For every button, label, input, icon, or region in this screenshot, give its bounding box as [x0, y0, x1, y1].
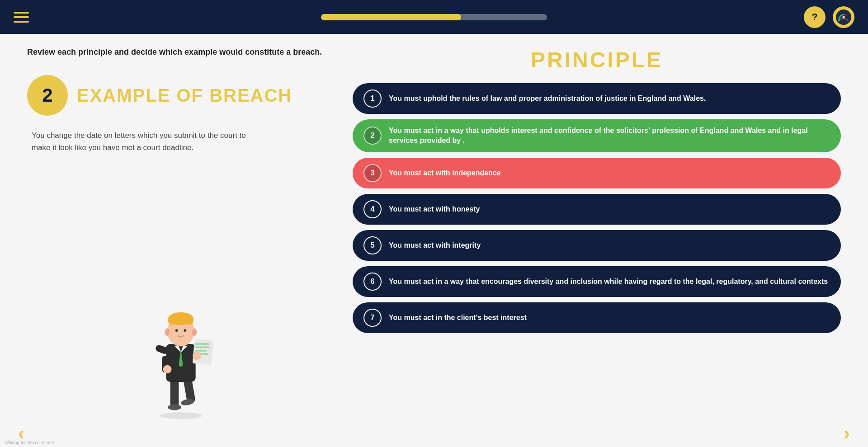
instruction-text: Review each principle and decide which e…	[27, 47, 335, 57]
principle-item-1[interactable]: 1You must uphold the rules of law and pr…	[353, 83, 841, 114]
principle-text-5: You must act with integrity	[389, 240, 481, 250]
nav-icons: ?	[804, 6, 854, 28]
example-badge: 2	[27, 75, 68, 116]
example-title: EXAMPLE OF BREACH	[77, 85, 292, 106]
principle-number-3: 3	[363, 164, 382, 182]
svg-point-28	[193, 352, 201, 360]
person-illustration	[136, 293, 226, 420]
question-mark-icon: ?	[811, 11, 817, 23]
svg-point-26	[192, 328, 197, 336]
gauge-button[interactable]	[833, 6, 854, 28]
principle-number-7: 7	[363, 309, 382, 327]
principle-title: PRINCIPLE	[353, 47, 841, 72]
principle-item-4[interactable]: 4You must act with honesty	[353, 194, 841, 225]
principle-number-2: 2	[363, 127, 382, 145]
svg-rect-16	[195, 343, 210, 345]
watermark: Waiting for Vivo Connect...	[5, 440, 58, 445]
principle-text-6: You must act in a way that encourages di…	[389, 277, 828, 287]
hamburger-line2	[14, 16, 29, 18]
principle-number-1: 1	[363, 89, 382, 108]
svg-point-6	[168, 404, 181, 410]
principles-list: 1You must uphold the rules of law and pr…	[353, 83, 841, 333]
hamburger-menu[interactable]	[14, 12, 29, 23]
principle-number-4: 4	[363, 200, 382, 218]
svg-point-23	[175, 329, 178, 332]
svg-rect-18	[195, 350, 207, 352]
hamburger-line3	[14, 21, 29, 23]
principle-item-5[interactable]: 5You must act with integrity	[353, 230, 841, 261]
hamburger-line1	[14, 12, 29, 14]
svg-point-2	[843, 16, 845, 18]
progress-bar-container	[321, 14, 547, 20]
badge-number: 2	[42, 85, 52, 106]
navbar: ?	[0, 0, 868, 34]
svg-point-3	[160, 412, 202, 419]
left-panel: Review each principle and decide which e…	[27, 47, 335, 420]
principle-item-6[interactable]: 6You must act in a way that encourages d…	[353, 266, 841, 297]
svg-rect-17	[195, 347, 210, 348]
main-content: Review each principle and decide which e…	[0, 34, 868, 420]
help-button[interactable]: ?	[804, 6, 826, 28]
progress-bar-fill	[321, 14, 461, 20]
principle-text-1: You must uphold the rules of law and pro…	[389, 94, 706, 104]
bottom-nav: ‹ ›	[0, 420, 868, 447]
principle-item-3[interactable]: 3You must act with independence	[353, 158, 841, 188]
figure-area	[27, 293, 335, 420]
principle-text-7: You must act in the client's best intere…	[389, 313, 527, 323]
principle-item-2[interactable]: 2You must act in a way that upholds inte…	[353, 119, 841, 152]
principle-number-5: 5	[363, 236, 382, 254]
example-header: 2 EXAMPLE OF BREACH	[27, 75, 335, 116]
right-panel: PRINCIPLE 1You must uphold the rules of …	[353, 47, 841, 420]
principle-text-3: You must act with independence	[389, 168, 501, 178]
next-button[interactable]: ›	[844, 423, 850, 444]
principle-text-4: You must act with honesty	[389, 204, 480, 214]
svg-point-25	[165, 328, 170, 336]
example-description: You change the date on letters which you…	[32, 129, 249, 154]
principle-text-2: You must act in a way that upholds inter…	[389, 126, 830, 146]
principle-item-7[interactable]: 7You must act in the client's best inter…	[353, 302, 841, 333]
svg-point-24	[184, 329, 187, 332]
principle-number-6: 6	[363, 273, 382, 291]
svg-rect-4	[170, 378, 179, 407]
svg-rect-22	[168, 317, 193, 325]
svg-point-27	[163, 365, 172, 374]
gauge-icon	[835, 8, 853, 26]
